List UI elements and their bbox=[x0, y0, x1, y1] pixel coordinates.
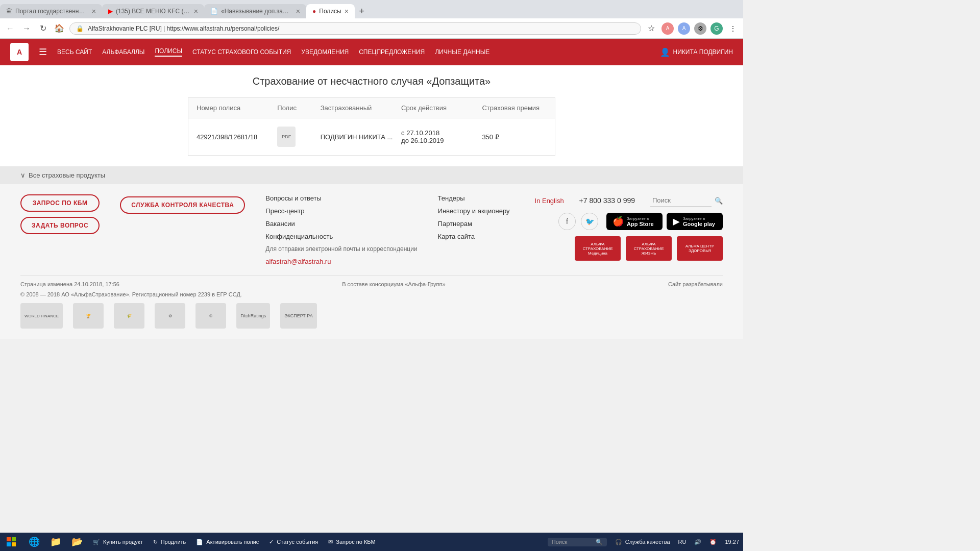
google-play-big-label: Google play bbox=[683, 221, 715, 227]
award-2: 🌾 bbox=[114, 303, 144, 329]
social-icons: f 🐦 bbox=[558, 213, 598, 230]
app-store-big-label: App Store bbox=[627, 221, 654, 227]
link-email[interactable]: alfastrah@alfastrah.ru bbox=[265, 258, 417, 265]
bookmark-icon[interactable]: ☆ bbox=[645, 22, 657, 35]
link-investors[interactable]: Инвестору и акционеру bbox=[438, 207, 510, 215]
cell-polis[interactable]: PDF bbox=[277, 127, 320, 147]
tab-1-close[interactable]: × bbox=[92, 7, 96, 15]
google-play-small-label: Загрузите в bbox=[683, 216, 715, 221]
header-policy-number: Номер полиса bbox=[197, 104, 277, 112]
tab-3-favicon: 📄 bbox=[210, 8, 218, 15]
user-menu[interactable]: 👤 НИКИТА ПОДВИГИН bbox=[660, 47, 733, 57]
google-play-icon: ▶ bbox=[673, 216, 680, 227]
all-products-bar[interactable]: ∨ Все страховые продукты bbox=[0, 166, 743, 184]
cell-period: с 27.10.2018 до 26.10.2019 bbox=[401, 129, 482, 144]
all-products-label: Все страховые продукты bbox=[29, 171, 105, 179]
url-bar[interactable]: 🔒 AlfaStrakhovanie PLC [RU] | https://ww… bbox=[69, 22, 641, 35]
tab-4-close[interactable]: × bbox=[345, 7, 349, 15]
hamburger-menu[interactable]: ☰ bbox=[39, 46, 47, 58]
tab-2[interactable]: ▶ (135) ВСЕ МЕНЮ KFC (с ХОВО... × bbox=[102, 4, 204, 18]
phone-number: +7 800 333 0 999 bbox=[579, 196, 635, 205]
tab-3-close[interactable]: × bbox=[296, 7, 300, 15]
quality-service-button[interactable]: СЛУЖБА КОНТРОЛЯ КАЧЕСТВА bbox=[120, 196, 245, 214]
profile-icon-2[interactable]: А bbox=[678, 22, 690, 35]
link-privacy[interactable]: Конфиденциальность bbox=[265, 233, 417, 240]
copyright: © 2008 — 2018 АО «АльфаСтрахование». Рег… bbox=[20, 291, 242, 297]
link-mail-info: Для отправки электронной почты и корресп… bbox=[265, 245, 417, 253]
refresh-button[interactable]: ↻ bbox=[37, 23, 49, 33]
award-3: ⚙ bbox=[155, 303, 185, 329]
nav-весь-сайт[interactable]: ВЕСЬ САЙТ bbox=[57, 48, 92, 56]
site-header: А ☰ ВЕСЬ САЙТ АЛЬФАБАЛЛЫ ПОЛИСЫ СТАТУС С… bbox=[0, 39, 743, 65]
footer-links-col1: Вопросы и ответы Пресс-центр Вакансии Ко… bbox=[265, 194, 417, 265]
link-vacancies[interactable]: Вакансии bbox=[265, 220, 417, 228]
brand-logos: АЛЬФА СТРАХОВАНИЕ Медицина АЛЬФА СТРАХОВ… bbox=[575, 236, 723, 261]
footer-buttons: ЗАПРОС ПО КБМ ЗАДАТЬ ВОПРОС bbox=[20, 194, 100, 234]
link-partners[interactable]: Партнерам bbox=[438, 220, 510, 228]
search-icon[interactable]: 🔍 bbox=[715, 197, 723, 205]
policy-table: Номер полиса Полис Застрахованный Срок д… bbox=[188, 97, 555, 156]
nav-альфабаллы[interactable]: АЛЬФАБАЛЛЫ bbox=[102, 48, 144, 56]
ask-question-button[interactable]: ЗАДАТЬ ВОПРОС bbox=[20, 217, 100, 234]
new-tab-button[interactable]: + bbox=[355, 4, 369, 18]
menu-icon[interactable]: ⋮ bbox=[727, 22, 739, 35]
period-from: с 27.10.2018 bbox=[401, 129, 482, 137]
header-polis: Полис bbox=[277, 104, 320, 112]
tab-3[interactable]: 📄 «Навязывание доп.защиты стр... × bbox=[204, 4, 306, 18]
footer-search: 🔍 bbox=[650, 194, 723, 207]
tab-2-close[interactable]: × bbox=[194, 7, 198, 15]
link-sitemap[interactable]: Карта сайта bbox=[438, 233, 510, 240]
extensions-icon[interactable]: ⚙ bbox=[694, 22, 706, 35]
link-tenders[interactable]: Тендеры bbox=[438, 194, 510, 202]
link-faq[interactable]: Вопросы и ответы bbox=[265, 194, 417, 202]
tab-bar: 🏛 Портал государственных услу... × ▶ (13… bbox=[0, 0, 743, 18]
cell-insured: ПОДВИГИН НИКИТА ... bbox=[321, 133, 401, 141]
site-logo[interactable]: А bbox=[10, 43, 29, 61]
tab-1[interactable]: 🏛 Портал государственных услу... × bbox=[0, 4, 102, 18]
profile-icon-1[interactable]: А bbox=[662, 22, 674, 35]
cell-premium: 350 ₽ bbox=[482, 133, 547, 141]
app-store-small-label: Загрузите в bbox=[627, 216, 654, 221]
home-button[interactable]: 🏠 bbox=[53, 23, 65, 33]
brand-logo-life[interactable]: АЛЬФА СТРАХОВАНИЕ ЖИЗНЬ bbox=[626, 236, 672, 261]
facebook-icon[interactable]: f bbox=[558, 213, 576, 230]
app-store-button[interactable]: 🍎 Загрузите в App Store bbox=[606, 213, 663, 230]
award-4: © bbox=[195, 303, 226, 329]
url-text: AlfaStrakhovanie PLC [RU] | https://www.… bbox=[88, 25, 279, 32]
kbm-request-button[interactable]: ЗАПРОС ПО КБМ bbox=[20, 194, 100, 212]
pdf-icon[interactable]: PDF bbox=[277, 127, 296, 147]
tab-4-title: Полисы bbox=[319, 8, 341, 15]
address-bar: ← → ↻ 🏠 🔒 AlfaStrakhovanie PLC [RU] | ht… bbox=[0, 18, 743, 39]
tab-4[interactable]: ● Полисы × bbox=[306, 4, 355, 18]
brand-logo-medicine[interactable]: АЛЬФА СТРАХОВАНИЕ Медицина bbox=[575, 236, 621, 261]
forward-button[interactable]: → bbox=[20, 24, 33, 33]
tab-2-title: (135) ВСЕ МЕНЮ KFC (с ХОВО... bbox=[116, 8, 191, 15]
twitter-icon[interactable]: 🐦 bbox=[581, 213, 598, 230]
header-premium: Страховая премия bbox=[482, 104, 547, 112]
header-period: Срок действия bbox=[401, 104, 482, 112]
brand-logo-health[interactable]: АЛЬФА ЦЕНТР ЗДОРОВЬЯ bbox=[677, 236, 723, 261]
consortium-label: В составе консорциума «Альфа-Групп» bbox=[342, 281, 445, 287]
tab-2-favicon: ▶ bbox=[108, 8, 113, 15]
nav-уведомления[interactable]: УВЕДОМЛЕНИЯ bbox=[301, 48, 349, 56]
ssl-icon: 🔒 bbox=[76, 25, 84, 32]
user-name: НИКИТА ПОДВИГИН bbox=[673, 48, 733, 56]
app-buttons: 🍎 Загрузите в App Store ▶ Загрузите в Go… bbox=[606, 213, 723, 230]
award-logos: WORLD FINANCE 🏆 🌾 ⚙ © FitchRatings ЭКСПЕ… bbox=[20, 303, 723, 329]
nav-полисы[interactable]: ПОЛИСЫ bbox=[155, 47, 182, 57]
google-play-button[interactable]: ▶ Загрузите в Google play bbox=[667, 213, 723, 230]
nav-статус[interactable]: СТАТУС СТРАХОВОГО СОБЫТИЯ bbox=[192, 48, 291, 56]
footer-search-input[interactable] bbox=[650, 194, 712, 207]
link-press[interactable]: Пресс-центр bbox=[265, 207, 417, 215]
user-avatar[interactable]: G bbox=[710, 22, 723, 35]
table-row: 42921/398/12681/18 PDF ПОДВИГИН НИКИТА .… bbox=[188, 118, 555, 156]
back-button[interactable]: ← bbox=[4, 24, 16, 33]
page-changed: Страница изменена 24.10.2018, 17:56 bbox=[20, 281, 119, 287]
nav-спецпредложения[interactable]: СПЕЦПРЕДЛОЖЕНИЯ bbox=[359, 48, 425, 56]
footer-right: In English +7 800 333 0 999 🔍 f 🐦 🍎 bbox=[535, 194, 723, 261]
lang-switch[interactable]: In English bbox=[535, 197, 564, 205]
nav-личные-данные[interactable]: ЛИЧНЫЕ ДАННЫЕ bbox=[435, 48, 489, 56]
footer: ЗАПРОС ПО КБМ ЗАДАТЬ ВОПРОС СЛУЖБА КОНТР… bbox=[0, 184, 743, 339]
award-world-finance: WORLD FINANCE bbox=[20, 303, 63, 329]
table-header: Номер полиса Полис Застрахованный Срок д… bbox=[188, 98, 555, 118]
